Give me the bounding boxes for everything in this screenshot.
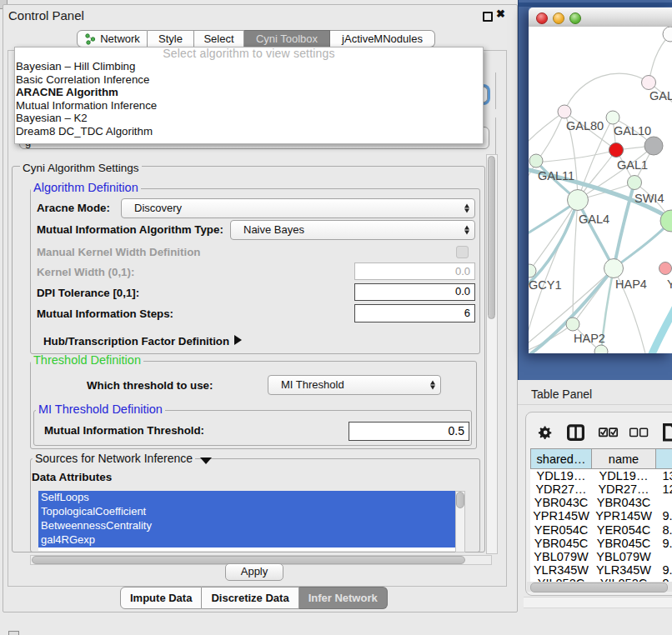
svg-text:GAL10: GAL10 xyxy=(614,124,651,138)
svg-text:HAP4: HAP4 xyxy=(615,278,647,291)
svg-text:GAL11: GAL11 xyxy=(538,169,574,182)
svg-text:Y: Y xyxy=(667,278,672,291)
svg-text:GAL1: GAL1 xyxy=(617,158,648,172)
svg-text:GCY1: GCY1 xyxy=(529,278,562,292)
svg-text:HAP2: HAP2 xyxy=(574,332,605,345)
svg-text:GAL4: GAL4 xyxy=(579,212,609,226)
svg-text:GAL2: GAL2 xyxy=(649,89,672,102)
svg-text:SWI4: SWI4 xyxy=(634,192,664,205)
svg-text:GAL80: GAL80 xyxy=(566,119,604,132)
